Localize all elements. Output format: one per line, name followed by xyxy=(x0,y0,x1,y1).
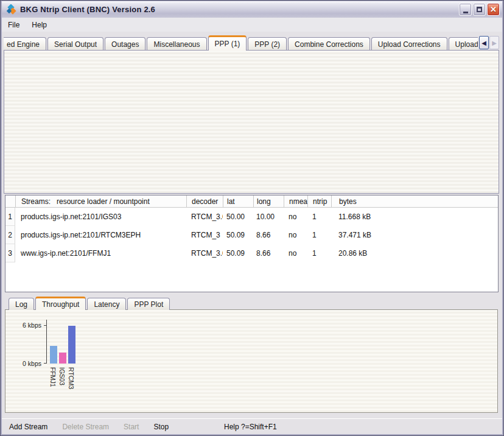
cell-lat: 50.00 xyxy=(223,208,253,226)
tab-scroll-left-button[interactable]: ◀ xyxy=(479,36,489,49)
cell-mountpoint: products.igs-ip.net:2101/RTCM3EPH xyxy=(15,226,186,244)
header-ntrip[interactable]: ntrip xyxy=(307,195,331,207)
tab-serial-output[interactable]: Serial Output xyxy=(47,37,103,51)
header-nmea[interactable]: nmea xyxy=(284,195,307,207)
cell-decoder: RTCM_3.0 xyxy=(186,208,223,226)
xtick-label-rtcm3: RTCM3 xyxy=(68,367,75,389)
cell-nmea: no xyxy=(284,208,307,226)
app-window: BKG Ntrip Client (BNC) Version 2.6 ✕ Fil… xyxy=(0,0,504,436)
tab-scroll-right-button[interactable]: ▶ xyxy=(489,36,499,49)
cell-decoder: RTCM_3.0 xyxy=(186,244,223,262)
xtick-label-igs03: IGS03 xyxy=(58,367,66,385)
app-icon xyxy=(6,4,17,15)
ppp1-panel xyxy=(4,50,499,194)
cell-long: 8.66 xyxy=(253,244,284,262)
cell-mountpoint: products.igs-ip.net:2101/IGS03 xyxy=(15,208,186,226)
header-lat[interactable]: lat xyxy=(223,195,253,207)
menu-help[interactable]: Help xyxy=(26,19,53,31)
maximize-button[interactable] xyxy=(473,3,486,16)
tab-throughput[interactable]: Throughput xyxy=(35,297,86,310)
streams-table-header: Streams: resource loader / mountpoint de… xyxy=(5,195,498,208)
tab-ppp-plot[interactable]: PPP Plot xyxy=(127,298,170,310)
table-row[interactable]: 1 products.igs-ip.net:2101/IGS03 RTCM_3.… xyxy=(5,208,498,226)
tab-scroll-buttons: ◀ ▶ xyxy=(478,36,499,49)
window-title: BKG Ntrip Client (BNC) Version 2.6 xyxy=(20,5,459,14)
header-bytes[interactable]: bytes xyxy=(331,195,498,207)
tab-latency[interactable]: Latency xyxy=(87,298,126,310)
tab-outages[interactable]: Outages xyxy=(105,37,145,51)
menubar: File Help xyxy=(2,18,502,32)
streams-table: Streams: resource loader / mountpoint de… xyxy=(5,195,499,292)
bottom-tabbar: Log Throughput Latency PPP Plot xyxy=(9,297,171,310)
close-icon: ✕ xyxy=(490,5,497,13)
main-tabbar: ed Engine Serial Output Outages Miscella… xyxy=(4,35,478,51)
cell-bytes: 20.86 kB xyxy=(331,244,498,262)
maximize-icon xyxy=(477,7,482,12)
cell-lat: 50.09 xyxy=(223,226,253,244)
tab-feed-engine[interactable]: ed Engine xyxy=(4,37,46,51)
titlebar: BKG Ntrip Client (BNC) Version 2.6 ✕ xyxy=(2,1,502,18)
row-number: 3 xyxy=(5,244,15,262)
cell-nmea: no xyxy=(284,226,307,244)
cell-ntrip: 1 xyxy=(307,244,331,262)
header-mountpoint[interactable]: Streams: resource loader / mountpoint xyxy=(15,195,186,207)
bars-area xyxy=(5,310,497,364)
cell-bytes: 11.668 kB xyxy=(331,208,498,226)
stop-button[interactable]: Stop xyxy=(146,423,176,431)
cell-long: 10.00 xyxy=(253,208,284,226)
bar-rtcm3 xyxy=(68,326,75,364)
row-number: 1 xyxy=(5,208,15,226)
tab-ppp-1[interactable]: PPP (1) xyxy=(208,35,247,51)
delete-stream-button[interactable]: Delete Stream xyxy=(55,423,116,431)
cell-long: 8.66 xyxy=(253,226,284,244)
tab-upload-corrections[interactable]: Upload Corrections xyxy=(371,37,447,51)
statusbar: Add Stream Delete Stream Start Stop Help… xyxy=(2,418,502,434)
minimize-icon xyxy=(463,12,468,13)
minimize-button[interactable] xyxy=(459,3,472,16)
cell-decoder: RTCM_3 xyxy=(186,226,223,244)
header-long[interactable]: long xyxy=(253,195,284,207)
throughput-plot: 6 kbps 0 kbps FFMJ1 IGS03 RTCM3 xyxy=(5,309,498,413)
cell-ntrip: 1 xyxy=(307,208,331,226)
start-button[interactable]: Start xyxy=(116,423,146,431)
table-row[interactable]: 2 products.igs-ip.net:2101/RTCM3EPH RTCM… xyxy=(5,226,498,244)
menu-file[interactable]: File xyxy=(2,19,26,31)
tab-miscellaneous[interactable]: Miscellaneous xyxy=(147,37,206,51)
row-number: 2 xyxy=(5,226,15,244)
header-num xyxy=(5,195,15,207)
bar-ffmj1 xyxy=(50,346,57,364)
add-stream-button[interactable]: Add Stream xyxy=(2,423,55,431)
table-row[interactable]: 3 www.igs-ip.net:2101/FFMJ1 RTCM_3.0 50.… xyxy=(5,244,498,262)
cell-mountpoint: www.igs-ip.net:2101/FFMJ1 xyxy=(15,244,186,262)
xtick-label-ffmj1: FFMJ1 xyxy=(49,367,57,387)
tab-ppp-2[interactable]: PPP (2) xyxy=(248,37,287,51)
tab-upload-ephemeris[interactable]: Upload Ephemeris xyxy=(449,37,478,51)
header-decoder[interactable]: decoder xyxy=(186,195,223,207)
cell-ntrip: 1 xyxy=(307,226,331,244)
bar-igs03 xyxy=(59,353,66,364)
cell-bytes: 37.471 kB xyxy=(331,226,498,244)
cell-nmea: no xyxy=(284,244,307,262)
tab-combine-corrections[interactable]: Combine Corrections xyxy=(288,37,370,51)
close-button[interactable]: ✕ xyxy=(487,3,500,16)
tab-log[interactable]: Log xyxy=(9,298,34,310)
cell-lat: 50.09 xyxy=(223,244,253,262)
help-shortcut-label: Help ?=Shift+F1 xyxy=(224,423,277,431)
